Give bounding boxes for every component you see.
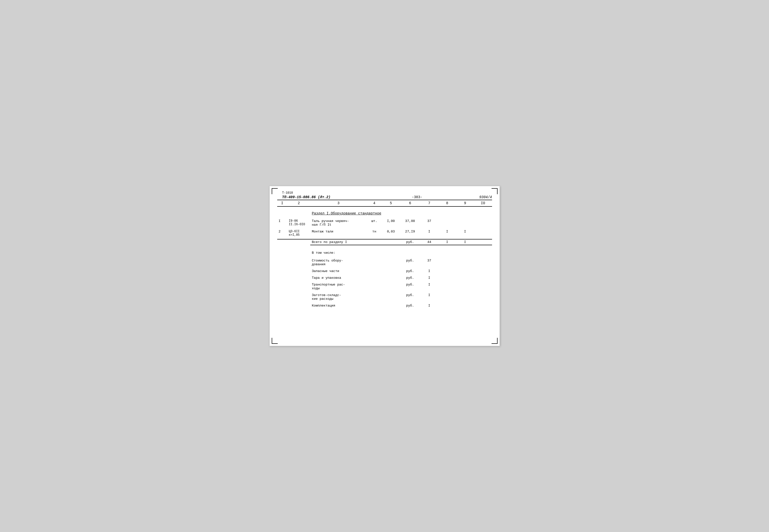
spacer-row-6 <box>277 255 492 258</box>
col-header-1: I <box>277 200 287 206</box>
breakdown-desc-4: Транспортные рас-ходы <box>310 282 366 291</box>
breakdown-val-3: I <box>420 275 438 281</box>
table-row: I I9-06II.I6-OIO Таль ручная червяч-ная … <box>277 218 492 227</box>
breakdown-item-1: Стоимость обору-дования руб. 37 <box>277 258 492 267</box>
spacer-row-12 <box>277 308 492 313</box>
row1-unit: шт. <box>366 218 382 227</box>
breakdown-val-2: I <box>420 269 438 274</box>
row1-col5: I,00 <box>382 218 400 227</box>
total-col9: I <box>456 239 474 245</box>
doc-title: ТП-409-15-086.86 (Лт.2) <box>282 195 362 199</box>
row2-col8: I <box>438 229 456 237</box>
row1-col9 <box>456 218 474 227</box>
row2-code: ЦЗ-6IIк=I,05 <box>287 229 310 237</box>
table-row: 2 ЦЗ-6IIк=I,05 Монтаж тали тн 0,03 27,I9… <box>277 229 492 237</box>
breakdown-val-6: I <box>420 303 438 308</box>
doc-id: Т-1010 <box>282 191 492 195</box>
breakdown-unit-1: руб. <box>400 258 421 267</box>
header-row: ТП-409-15-086.86 (Лт.2) -383- 9304/4 <box>282 195 492 199</box>
corner-bracket-tr <box>492 188 498 194</box>
row2-col7: I <box>420 229 438 237</box>
breakdown-desc-3: Тара и упаковка <box>310 275 366 281</box>
total-val: 44 <box>420 239 438 245</box>
total-col8: I <box>438 239 456 245</box>
breakdown-desc-1: Стоимость обору-дования <box>310 258 366 267</box>
breakdown-unit-3: руб. <box>400 275 421 281</box>
row2-unit: тн <box>366 229 382 237</box>
doc-ref: 9304/4 <box>472 195 492 199</box>
column-header-row: I 2 3 4 5 6 7 8 9 IO <box>277 200 492 206</box>
breakdown-item-2: Запасные части руб. I <box>277 269 492 274</box>
total-row: Всего по разделу I руб. 44 I I <box>277 239 492 245</box>
breakdown-unit-6: руб. <box>400 303 421 308</box>
breakdown-item-3: Тара и упаковка руб. I <box>277 275 492 281</box>
total-unit: руб. <box>400 239 421 245</box>
col-header-5: 5 <box>382 200 400 206</box>
breakdown-val-4: I <box>420 282 438 291</box>
col-header-8: 8 <box>438 200 456 206</box>
breakdown-desc-6: Комплектация <box>310 303 366 308</box>
section-title: Раздел I.Оборудование стандартное <box>312 211 381 215</box>
page-number: -383- <box>362 195 472 199</box>
spacer-row-5 <box>277 247 492 250</box>
breakdown-item-5: Заготов-складс-кие расходы руб. I <box>277 293 492 302</box>
row1-col8 <box>438 218 456 227</box>
breakdown-unit-5: руб. <box>400 293 421 302</box>
row2-col6: 27,I9 <box>400 229 421 237</box>
col-header-9: 9 <box>456 200 474 206</box>
col-header-4: 4 <box>366 200 382 206</box>
row1-desc: Таль ручная червяч-ная Г/П It <box>310 218 366 227</box>
row2-desc: Монтаж тали <box>310 229 366 237</box>
row1-col6: 37,00 <box>400 218 421 227</box>
breakdown-item-4: Транспортные рас-ходы руб. I <box>277 282 492 291</box>
breakdown-desc-2: Запасные части <box>310 269 366 274</box>
col-header-2: 2 <box>287 200 310 206</box>
row2-col10 <box>474 229 492 237</box>
col-header-6: 6 <box>400 200 421 206</box>
breakdown-item-6: Комплектация руб. I <box>277 303 492 308</box>
row2-col5: 0,03 <box>382 229 400 237</box>
corner-bracket-tl <box>272 188 278 194</box>
divider-row <box>277 245 492 247</box>
col-header-7: 7 <box>420 200 438 206</box>
section-header-row: Раздел I.Оборудование стандартное <box>277 208 492 217</box>
main-table: I 2 3 4 5 6 7 8 9 IO Раздел I.Оборудован… <box>277 200 492 313</box>
spacer-row-4 <box>277 237 492 239</box>
row1-num: I <box>277 218 287 227</box>
col-header-10: IO <box>474 200 492 206</box>
row1-col10 <box>474 218 492 227</box>
breakdown-title: В том числе: <box>310 250 366 255</box>
total-desc: Всего по разделу I <box>310 239 366 245</box>
corner-bracket-br <box>492 338 498 344</box>
row1-code: I9-06II.I6-OIO <box>287 218 310 227</box>
breakdown-header-row: В том числе: <box>277 250 492 255</box>
col-header-3: 3 <box>310 200 366 206</box>
row2-num: 2 <box>277 229 287 237</box>
document-page: Т-1010 ТП-409-15-086.86 (Лт.2) -383- 930… <box>269 186 500 346</box>
breakdown-desc-5: Заготов-складс-кие расходы <box>310 293 366 302</box>
breakdown-val-5: I <box>420 293 438 302</box>
row2-col9: I <box>456 229 474 237</box>
breakdown-val-1: 37 <box>420 258 438 267</box>
row1-col7: 37 <box>420 218 438 227</box>
breakdown-unit-2: руб. <box>400 269 421 274</box>
breakdown-unit-4: руб. <box>400 282 421 291</box>
spacer-row <box>277 206 492 208</box>
corner-bracket-bl <box>272 338 278 344</box>
